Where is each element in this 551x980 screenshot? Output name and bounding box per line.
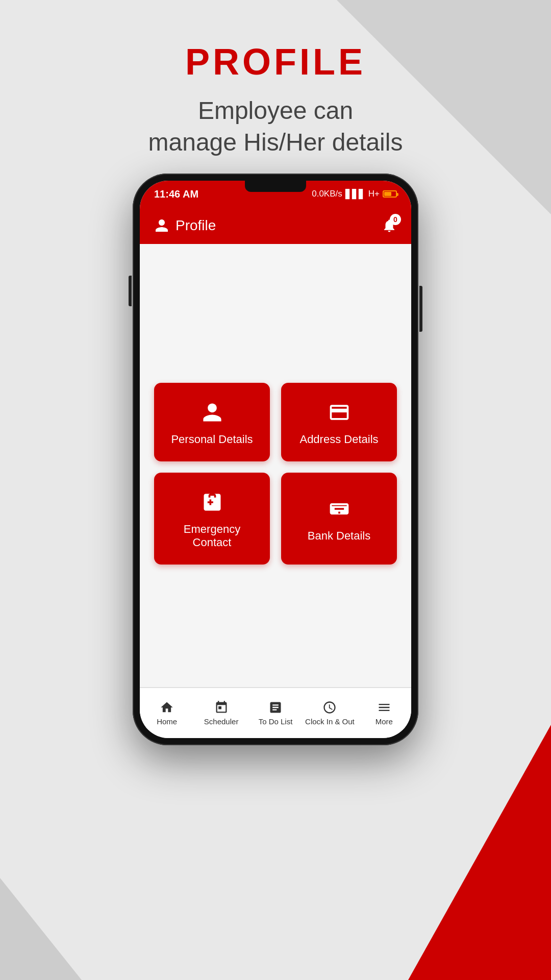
home-icon bbox=[160, 700, 174, 715]
toolbar-title: Profile bbox=[176, 217, 216, 234]
notification-badge: 0 bbox=[390, 214, 401, 225]
phone-inner: 11:46 AM 0.0KB/s ▋▋▋ H+ Profile bbox=[140, 181, 411, 738]
status-bar: 11:46 AM 0.0KB/s ▋▋▋ H+ bbox=[140, 181, 411, 207]
nav-home-label: Home bbox=[157, 717, 177, 726]
nav-more[interactable]: More bbox=[357, 688, 411, 738]
bank-details-card[interactable]: Bank Details bbox=[281, 473, 397, 565]
battery-icon bbox=[383, 190, 397, 198]
page-header: PROFILE Employee canmanage His/Her detai… bbox=[0, 0, 551, 159]
nav-todo[interactable]: To Do List bbox=[248, 688, 303, 738]
nav-clock[interactable]: Clock In & Out bbox=[303, 688, 357, 738]
nav-todo-label: To Do List bbox=[259, 717, 293, 726]
more-icon bbox=[377, 700, 391, 715]
emergency-contact-card[interactable]: Emergency Contact bbox=[154, 473, 270, 565]
clock-icon bbox=[322, 700, 337, 715]
network-speed: 0.0KB/s bbox=[312, 189, 342, 199]
scheduler-icon bbox=[214, 700, 229, 715]
address-details-label: Address Details bbox=[299, 433, 378, 446]
toolbar-left: Profile bbox=[154, 217, 216, 234]
nav-scheduler[interactable]: Scheduler bbox=[194, 688, 248, 738]
page-title: PROFILE bbox=[0, 41, 551, 83]
menu-grid: Personal Details Address Details bbox=[154, 383, 397, 565]
emergency-contact-label: Emergency Contact bbox=[164, 523, 260, 549]
notification-button[interactable]: 0 bbox=[382, 218, 397, 233]
nav-home[interactable]: Home bbox=[140, 688, 194, 738]
address-details-icon bbox=[328, 401, 350, 424]
emergency-contact-icon bbox=[201, 491, 223, 513]
bank-details-label: Bank Details bbox=[308, 529, 371, 543]
signal-bars: ▋▋▋ bbox=[345, 189, 365, 200]
nav-clock-label: Clock In & Out bbox=[305, 717, 355, 726]
personal-details-label: Personal Details bbox=[171, 433, 253, 446]
network-type: H+ bbox=[368, 189, 380, 199]
personal-details-card[interactable]: Personal Details bbox=[154, 383, 270, 461]
bg-shape-bottom-right bbox=[408, 725, 551, 980]
nav-scheduler-label: Scheduler bbox=[204, 717, 239, 726]
nav-more-label: More bbox=[375, 717, 393, 726]
status-time: 11:46 AM bbox=[154, 188, 198, 200]
app-content: Personal Details Address Details bbox=[140, 244, 411, 687]
profile-icon bbox=[154, 218, 169, 233]
bank-details-icon bbox=[328, 498, 350, 520]
app-toolbar: Profile 0 bbox=[140, 207, 411, 244]
bg-shape-bottom-left bbox=[0, 878, 82, 980]
phone-outer: 11:46 AM 0.0KB/s ▋▋▋ H+ Profile bbox=[133, 174, 418, 745]
todo-icon bbox=[268, 700, 283, 715]
bottom-nav: Home Scheduler To Do List bbox=[140, 687, 411, 738]
personal-details-icon bbox=[201, 401, 223, 424]
address-details-card[interactable]: Address Details bbox=[281, 383, 397, 461]
status-right: 0.0KB/s ▋▋▋ H+ bbox=[312, 189, 397, 200]
page-subtitle: Employee canmanage His/Her details bbox=[0, 95, 551, 159]
phone-mockup: 11:46 AM 0.0KB/s ▋▋▋ H+ Profile bbox=[133, 174, 418, 745]
